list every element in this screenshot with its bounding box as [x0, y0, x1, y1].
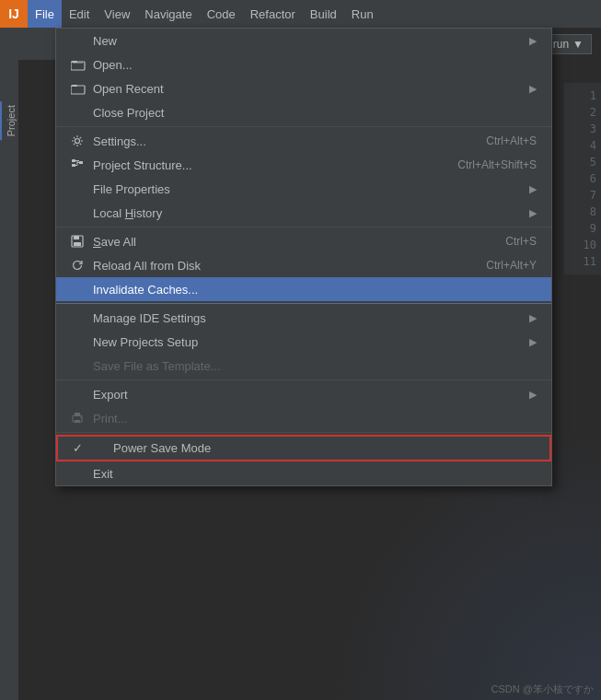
export-arrow: ▶	[529, 389, 537, 401]
svg-rect-14	[74, 242, 81, 246]
menu-item-exit[interactable]: Exit	[56, 461, 551, 485]
svg-rect-3	[71, 86, 85, 94]
menu-item-open[interactable]: Open...	[56, 52, 551, 76]
sidebar-project-tab[interactable]: Project	[0, 101, 18, 140]
local-history-label: Local History	[93, 206, 522, 220]
new-arrow: ▶	[529, 35, 537, 47]
project-structure-label: Project Structure...	[93, 158, 457, 172]
menu-item-file-properties[interactable]: File Properties ▶	[56, 177, 551, 201]
file-properties-label: File Properties	[93, 182, 522, 196]
menu-bar: IJ File Edit View Navigate Code Refactor…	[0, 0, 601, 28]
menu-item-print: Print...	[56, 406, 551, 430]
print-label: Print...	[93, 412, 537, 426]
sidebar: Project	[0, 28, 18, 700]
reload-all-shortcut: Ctrl+Alt+Y	[486, 259, 537, 272]
separator-2	[56, 227, 551, 228]
menu-item-save-as-template: Save File as Template...	[56, 354, 551, 378]
project-structure-shortcut: Ctrl+Alt+Shift+S	[457, 158, 537, 171]
reload-icon	[71, 259, 89, 272]
exit-label: Exit	[93, 467, 537, 481]
chevron-down-icon: ▼	[572, 38, 584, 51]
project-structure-icon	[71, 158, 89, 171]
menu-items: File Edit View Navigate Code Refactor Bu…	[28, 0, 381, 28]
line-num-3: 3	[569, 121, 596, 137]
menu-item-invalidate-caches[interactable]: Invalidate Caches...	[56, 277, 551, 301]
menu-edit[interactable]: Edit	[62, 0, 97, 28]
menu-item-new[interactable]: New ▶	[56, 29, 551, 52]
menu-run[interactable]: Run	[344, 0, 381, 28]
new-projects-label: New Projects Setup	[93, 335, 522, 349]
settings-icon	[71, 134, 89, 147]
local-history-arrow: ▶	[529, 207, 537, 219]
svg-point-18	[80, 416, 82, 418]
menu-item-power-save-mode[interactable]: ✓ Power Save Mode	[56, 435, 551, 461]
reload-all-label: Reload All from Disk	[93, 259, 486, 273]
line-num-7: 7	[569, 187, 596, 204]
menu-code[interactable]: Code	[200, 0, 243, 28]
manage-ide-arrow: ▶	[529, 312, 537, 324]
line-num-10: 10	[569, 237, 596, 253]
menu-item-settings[interactable]: Settings... Ctrl+Alt+S	[56, 129, 551, 153]
open-label: Open...	[93, 58, 537, 72]
open-recent-arrow: ▶	[529, 83, 537, 95]
menu-item-reload-all[interactable]: Reload All from Disk Ctrl+Alt+Y	[56, 253, 551, 277]
settings-label: Settings...	[93, 134, 486, 148]
separator-3	[56, 303, 551, 304]
menu-view[interactable]: View	[97, 0, 137, 28]
separator-4	[56, 379, 551, 380]
separator-5	[56, 432, 551, 433]
menu-item-local-history[interactable]: Local History ▶	[56, 201, 551, 225]
line-num-9: 9	[569, 220, 596, 237]
line-num-4: 4	[569, 137, 596, 154]
file-properties-arrow: ▶	[529, 183, 537, 195]
line-num-8: 8	[569, 204, 596, 220]
menu-item-new-projects-setup[interactable]: New Projects Setup ▶	[56, 330, 551, 354]
svg-rect-16	[75, 413, 80, 416]
menu-file[interactable]: File	[28, 0, 62, 28]
close-project-label: Close Project	[93, 106, 537, 120]
line-num-11: 11	[569, 253, 596, 270]
line-num-6: 6	[569, 170, 596, 187]
svg-rect-13	[74, 236, 79, 239]
svg-point-4	[75, 139, 80, 144]
save-all-label: Save All	[93, 235, 505, 249]
line-numbers: 1 2 3 4 5 6 7 8 9 10 11	[564, 83, 601, 274]
line-num-2: 2	[569, 104, 596, 121]
menu-item-manage-ide-settings[interactable]: Manage IDE Settings ▶	[56, 306, 551, 330]
open-recent-label: Open Recent	[93, 82, 522, 96]
new-label: New	[93, 34, 522, 48]
power-save-label: Power Save Mode	[113, 441, 535, 455]
line-num-1: 1	[569, 88, 596, 104]
watermark: CSDN @笨小核ですか	[491, 682, 594, 696]
new-projects-arrow: ▶	[529, 336, 537, 348]
file-menu-dropdown: New ▶ Open... Open Recent ▶ Close Projec…	[55, 28, 552, 486]
menu-refactor[interactable]: Refactor	[243, 0, 303, 28]
manage-ide-label: Manage IDE Settings	[93, 311, 522, 325]
save-all-shortcut: Ctrl+S	[505, 235, 537, 248]
settings-shortcut: Ctrl+Alt+S	[486, 134, 537, 147]
save-all-icon	[71, 235, 89, 248]
menu-build[interactable]: Build	[303, 0, 344, 28]
svg-rect-6	[72, 164, 75, 167]
power-save-checkmark: ✓	[73, 441, 87, 455]
svg-rect-17	[75, 420, 80, 423]
app-logo: IJ	[0, 0, 28, 28]
save-template-label: Save File as Template...	[93, 359, 537, 373]
menu-item-project-structure[interactable]: Project Structure... Ctrl+Alt+Shift+S	[56, 153, 551, 177]
menu-item-open-recent[interactable]: Open Recent ▶	[56, 76, 551, 100]
open-recent-icon	[71, 82, 89, 95]
svg-rect-7	[79, 161, 83, 164]
menu-item-close-project[interactable]: Close Project	[56, 100, 551, 124]
open-icon	[71, 58, 89, 71]
invalidate-caches-label: Invalidate Caches...	[93, 283, 537, 297]
svg-rect-5	[72, 159, 75, 162]
print-icon	[71, 412, 89, 425]
menu-navigate[interactable]: Navigate	[137, 0, 199, 28]
menu-item-save-all[interactable]: Save All Ctrl+S	[56, 229, 551, 253]
menu-item-export[interactable]: Export ▶	[56, 382, 551, 406]
export-label: Export	[93, 388, 522, 402]
watermark-text: CSDN @笨小核ですか	[491, 683, 594, 694]
separator-1	[56, 126, 551, 127]
line-num-5: 5	[569, 154, 596, 170]
